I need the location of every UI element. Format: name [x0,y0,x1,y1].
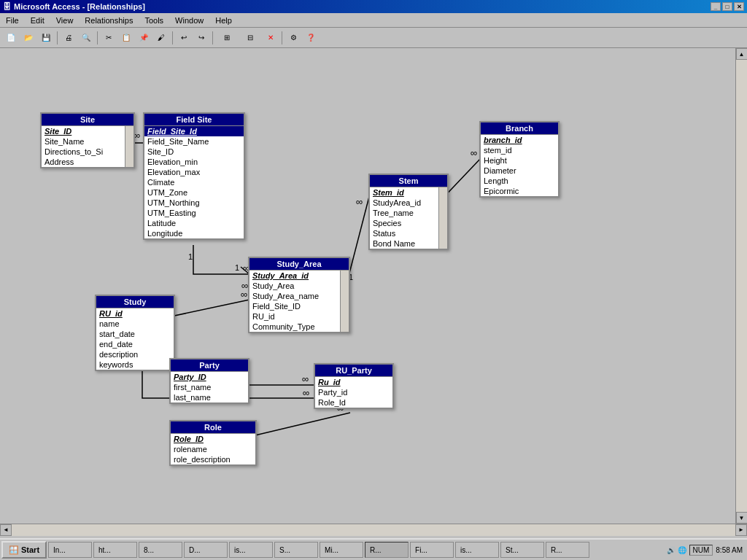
table-role-fields: Role_ID rolename role_description [171,433,255,464]
taskbar-8[interactable]: 8... [139,542,182,558]
field-study-area-id: Study_Area_id [249,271,340,281]
table-study-area: Study_Area Study_Area_id Study_Area Stud… [248,257,350,333]
menu-window[interactable]: Window [172,15,206,26]
table-study-area-fields: Study_Area_id Study_Area Study_Area_name… [249,270,349,332]
taskbar: 🪟 Start In... ht... 8... D... is... S...… [0,538,747,560]
new-button[interactable]: 📄 [3,30,19,46]
table-field-site-fields: Field_Site_Id Field_Site_Name Site_ID El… [144,125,244,238]
redo-button[interactable]: ↪ [193,30,209,46]
field-ru-id-rp: Ru_id [315,377,392,387]
field-description: description [96,349,174,359]
properties-button[interactable]: ⚙ [285,30,301,46]
relationships-canvas[interactable]: 1 ∞ 1 ∞ 1 ∞ ∞ 1 1 ∞ 1 ∞ 1 ∞ [0,48,735,524]
table-party-header: Party [171,359,248,371]
field-height: Height [481,155,558,166]
field-study-area: Study_Area [249,281,340,291]
stem-scrollbar[interactable] [438,187,447,249]
main-area: 1 ∞ 1 ∞ 1 ∞ ∞ 1 1 ∞ 1 ∞ 1 ∞ [0,48,747,524]
help-button[interactable]: ❓ [303,30,319,46]
taskbar-is[interactable]: is... [229,542,273,558]
table-stem-header: Stem [370,175,447,187]
scroll-up-button[interactable]: ▲ [736,48,748,60]
table-role-header: Role [171,421,255,433]
save-button[interactable]: 💾 [38,30,54,46]
taskbar-r[interactable]: R... [365,542,409,558]
horizontal-scrollbar[interactable]: ◄ ► [0,524,747,535]
scroll-right-button[interactable]: ► [735,524,747,536]
table-role: Role Role_ID rolename role_description [169,420,257,466]
copy-button[interactable]: 📋 [118,30,134,46]
table-branch: Branch branch_id stem_id Height Diameter… [479,121,560,198]
menu-help[interactable]: Help [212,15,235,26]
close-button[interactable]: ✕ [734,2,744,11]
paste-button[interactable]: 📌 [136,30,152,46]
table-ru-party-fields: Ru_id Party_id Role_Id [315,376,392,408]
field-site-name: Site_Name [42,136,125,147]
taskbar-d[interactable]: D... [184,542,228,558]
open-button[interactable]: 📂 [20,30,36,46]
menu-relationships[interactable]: Relationships [82,15,136,26]
taskbar-st[interactable]: St... [500,542,544,558]
add-table-button[interactable]: ⊞ [216,30,238,46]
field-end-date: end_date [96,339,174,349]
site-scrollbar[interactable] [125,126,133,167]
scroll-track-h[interactable] [12,524,735,536]
delete-button[interactable]: ✕ [263,30,279,46]
field-field-site-id-sa: Field_Site_ID [249,301,340,311]
sep2 [97,31,98,44]
field-name: name [96,319,174,329]
taskbar-in[interactable]: In... [48,542,92,558]
svg-line-22 [243,413,350,438]
scroll-down-button[interactable]: ▼ [736,512,748,524]
table-study-header: Study [96,296,174,308]
menu-view[interactable]: View [53,15,77,26]
menu-edit[interactable]: Edit [28,15,47,26]
field-length: Length [481,176,558,186]
field-stem-id-br: stem_id [481,145,558,155]
format-painter-button[interactable]: 🖌 [153,30,169,46]
taskbar-r2[interactable]: R... [546,542,589,558]
svg-text:∞: ∞ [302,373,309,384]
svg-text:1: 1 [188,252,193,261]
print-button[interactable]: 🖨 [61,30,77,46]
svg-text:1: 1 [235,263,239,272]
field-field-site-name: Field_Site_Name [144,136,244,147]
toolbar: 📄 📂 💾 🖨 🔍 ✂ 📋 📌 🖌 ↩ ↪ ⊞ ⊟ ✕ ⚙ ❓ [0,28,747,48]
taskbar-right: 🔊 🌐 NUM 8:58 AM [667,545,746,556]
study-area-scrollbar[interactable] [340,271,349,332]
table-branch-header: Branch [481,122,558,134]
field-keywords: keywords [96,359,174,370]
taskbar-mi[interactable]: Mi... [320,542,363,558]
sep4 [212,31,213,44]
taskbar-is2[interactable]: is... [455,542,499,558]
field-last-name: last_name [171,392,248,402]
taskbar-fi[interactable]: Fi... [410,542,454,558]
cut-button[interactable]: ✂ [101,30,117,46]
maximize-button[interactable]: □ [722,2,732,11]
num-lock-indicator: NUM [689,545,713,556]
svg-text:∞: ∞ [303,387,309,398]
menu-file[interactable]: File [3,15,22,26]
field-elev-min: Elevation_min [144,157,244,167]
vertical-scrollbar[interactable]: ▲ ▼ [735,48,747,524]
field-diameter: Diameter [481,166,558,176]
field-status: Status [370,228,438,238]
undo-button[interactable]: ↩ [176,30,192,46]
show-all-button[interactable]: ⊟ [239,30,261,46]
menu-bar: File Edit View Relationships Tools Windo… [0,13,747,28]
taskbar-s[interactable]: S... [274,542,318,558]
field-site-id: Site_ID [42,126,125,136]
field-role-id: Role_ID [171,434,255,444]
scroll-left-button[interactable]: ◄ [0,524,12,536]
start-button[interactable]: 🪟 Start [1,541,47,559]
field-longitude: Longitude [144,228,244,238]
field-utm-easting: UTM_Easting [144,208,244,218]
menu-tools[interactable]: Tools [142,15,166,26]
svg-line-8 [347,194,370,281]
scroll-track-v[interactable] [736,60,747,512]
taskbar-ht[interactable]: ht... [93,542,137,558]
preview-button[interactable]: 🔍 [78,30,94,46]
minimize-button[interactable]: _ [711,2,721,11]
field-climate: Climate [144,177,244,187]
field-epicormic: Epicormic [481,186,558,196]
